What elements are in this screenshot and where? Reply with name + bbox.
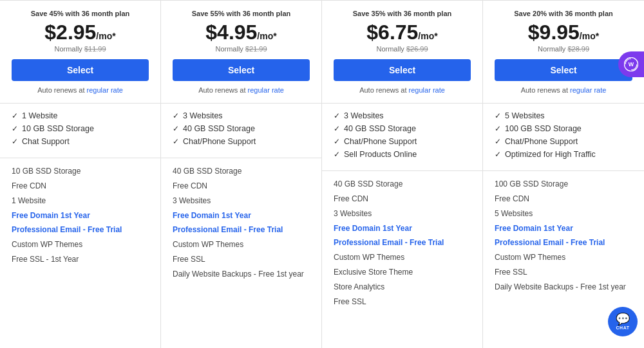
detail-item-choice-5: Custom WP Themes [334,252,471,263]
checkmark-icon: ✓ [334,111,340,120]
detail-item-pro-1: Free CDN [495,194,632,205]
detail-item-choice-8: Free SSL [334,297,471,307]
regular-rate-link-plus[interactable]: regular rate [248,86,284,94]
detail-item-plus-5: Custom WP Themes [173,239,310,250]
select-button-basic[interactable]: Select [12,59,149,81]
plan-col-basic: Save 45% with 36 month plan$2.95/mo*Norm… [0,1,161,348]
feature-text: Optimized for High Traffic [505,150,596,159]
feature-check-basic-0: ✓1 Website [12,111,149,120]
regular-rate-link-pro[interactable]: regular rate [570,86,606,94]
detail-link-choice-3[interactable]: Free Domain 1st Year [334,224,412,233]
price-main-choice: $6.75/mo* [334,21,471,44]
plan-features-basic: ✓1 Website✓10 GB SSD Storage✓Chat Suppor… [0,104,160,158]
plan-col-choice: Save 35% with 36 month plan$6.75/mo*Norm… [322,1,483,348]
detail-item-choice-2: 3 Websites [334,208,471,219]
feature-check-basic-1: ✓10 GB SSD Storage [12,124,149,133]
plan-top-choice: Save 35% with 36 month plan$6.75/mo*Norm… [322,1,482,104]
plan-details-plus: 40 GB SSD StorageFree CDN3 WebsitesFree … [161,158,321,348]
feature-text: Sell Products Online [344,150,417,159]
detail-link-basic-3[interactable]: Free Domain 1st Year [12,211,90,220]
feature-check-choice-3: ✓Sell Products Online [334,150,471,159]
auto-renew-plus: Auto renews at regular rate [173,86,310,94]
detail-item-choice-1: Free CDN [334,194,471,205]
detail-item-plus-1: Free CDN [173,181,310,192]
checkmark-icon: ✓ [495,124,501,133]
checkmark-icon: ✓ [173,124,179,133]
feature-check-pro-0: ✓5 Websites [495,111,632,120]
detail-link-choice-4[interactable]: Professional Email - Free Trial [334,238,444,247]
detail-item-choice-3: Free Domain 1st Year [334,223,471,234]
checkmark-icon: ✓ [334,124,340,133]
plan-top-pro: Save 20% with 36 month plan$9.95/mo*Norm… [483,1,644,104]
checkmark-icon: ✓ [12,124,18,133]
detail-item-basic-6: Free SSL - 1st Year [12,254,149,265]
pricing-grid: Save 45% with 36 month plan$2.95/mo*Norm… [0,0,644,348]
feature-text: Chat/Phone Support [505,137,578,146]
plan-details-basic: 10 GB SSD StorageFree CDN1 WebsiteFree D… [0,158,160,348]
checkmark-icon: ✓ [12,137,18,146]
auto-renew-basic: Auto renews at regular rate [12,86,149,94]
detail-link-basic-4[interactable]: Professional Email - Free Trial [12,225,122,234]
feature-text: 100 GB SSD Storage [505,124,582,133]
detail-link-plus-3[interactable]: Free Domain 1st Year [173,211,251,220]
feature-text: 10 GB SSD Storage [22,124,94,133]
plan-top-basic: Save 45% with 36 month plan$2.95/mo*Norm… [0,1,160,104]
checkmark-icon: ✓ [173,111,179,120]
feature-text: 5 Websites [505,111,545,120]
regular-rate-link-basic[interactable]: regular rate [87,86,123,94]
feature-text: 40 GB SSD Storage [344,124,416,133]
feature-text: Chat/Phone Support [344,137,417,146]
detail-item-basic-3: Free Domain 1st Year [12,210,149,221]
feature-text: Chat Support [22,137,70,146]
checkmark-icon: ✓ [173,137,179,146]
select-button-pro[interactable]: Select [495,59,632,81]
detail-item-choice-6: Exclusive Store Theme [334,267,471,278]
feature-check-basic-2: ✓Chat Support [12,137,149,146]
plan-col-pro: Save 20% with 36 month plan$9.95/mo*Norm… [483,1,644,348]
detail-item-pro-2: 5 Websites [495,208,632,219]
save-banner-basic: Save 45% with 36 month plan [12,10,149,17]
regular-rate-link-choice[interactable]: regular rate [409,86,445,94]
feature-check-choice-2: ✓Chat/Phone Support [334,137,471,146]
price-main-pro: $9.95/mo* [495,21,632,44]
price-normal-choice: Normally $26.99 [334,45,471,53]
feature-check-pro-3: ✓Optimized for High Traffic [495,150,632,159]
detail-item-pro-4: Professional Email - Free Trial [495,237,632,248]
checkmark-icon: ✓ [495,150,501,159]
feature-text: Chat/Phone Support [183,137,256,146]
price-main-basic: $2.95/mo* [12,21,149,44]
svg-text:W: W [629,61,634,68]
detail-item-plus-0: 40 GB SSD Storage [173,166,310,177]
detail-item-basic-2: 1 Website [12,196,149,206]
detail-item-pro-0: 100 GB SSD Storage [495,179,632,190]
auto-renew-pro: Auto renews at regular rate [495,86,632,94]
plan-features-plus: ✓3 Websites✓40 GB SSD Storage✓Chat/Phone… [161,104,321,158]
wp-icon-button[interactable]: W [618,51,644,77]
price-normal-basic: Normally $11.99 [12,45,149,53]
select-button-plus[interactable]: Select [173,59,310,81]
detail-item-basic-0: 10 GB SSD Storage [12,166,149,177]
chat-icon: 💬 [616,313,630,325]
feature-text: 1 Website [22,111,57,120]
price-normal-plus: Normally $21.99 [173,45,310,53]
feature-check-plus-2: ✓Chat/Phone Support [173,137,310,146]
select-button-choice[interactable]: Select [334,59,471,81]
detail-item-plus-4: Professional Email - Free Trial [173,224,310,235]
chat-label: CHAT [616,325,630,330]
detail-item-choice-4: Professional Email - Free Trial [334,237,471,248]
detail-link-plus-4[interactable]: Professional Email - Free Trial [173,225,283,234]
feature-check-pro-2: ✓Chat/Phone Support [495,137,632,146]
plan-top-plus: Save 55% with 36 month plan$4.95/mo*Norm… [161,1,321,104]
detail-link-pro-4[interactable]: Professional Email - Free Trial [495,238,605,247]
feature-check-plus-0: ✓3 Websites [173,111,310,120]
feature-check-pro-1: ✓100 GB SSD Storage [495,124,632,133]
detail-item-choice-0: 40 GB SSD Storage [334,179,471,190]
detail-link-pro-3[interactable]: Free Domain 1st Year [495,224,573,233]
checkmark-icon: ✓ [12,111,18,120]
detail-item-basic-5: Custom WP Themes [12,239,149,250]
price-normal-pro: Normally $28.99 [495,45,632,53]
plan-features-pro: ✓5 Websites✓100 GB SSD Storage✓Chat/Phon… [483,104,644,171]
chat-bubble[interactable]: 💬 CHAT [608,307,638,336]
feature-check-choice-1: ✓40 GB SSD Storage [334,124,471,133]
detail-item-pro-3: Free Domain 1st Year [495,223,632,234]
